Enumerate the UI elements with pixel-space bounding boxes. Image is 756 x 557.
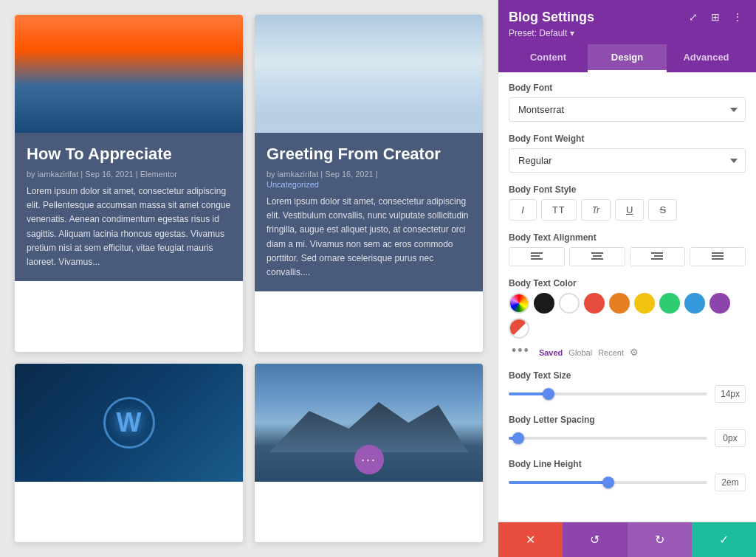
color-tab-global[interactable]: Global [568,348,592,357]
panel-title-row: Blog Settings ⤢ ⊞ ⋮ [509,9,746,25]
body-letter-spacing-thumb[interactable] [512,432,524,444]
body-text-color-label: Body Text Color [509,278,746,288]
dots-button[interactable]: ··· [354,445,384,474]
body-line-height-thumb[interactable] [602,477,614,488]
color-tab-saved[interactable]: Saved [539,348,563,357]
svg-rect-0 [531,252,543,254]
card-tag-2: Uncategorized [267,180,471,189]
style-strikethrough-btn[interactable]: S [648,199,677,221]
body-text-size-track[interactable] [509,392,707,395]
body-letter-spacing-slider-row: 0px [509,429,746,447]
align-center-btn[interactable] [569,247,625,266]
body-text-size-group: Body Text Size 14px [509,370,746,403]
align-buttons [509,247,746,266]
more-icon[interactable]: ⋮ [729,9,746,25]
svg-rect-1 [531,255,540,257]
svg-rect-9 [712,252,724,254]
color-swatch-purple[interactable] [709,293,730,314]
panel-title: Blog Settings [509,10,594,25]
color-tab-recent[interactable]: Recent [598,348,624,357]
blog-card-2[interactable]: Greeting From Creator by iamkazirifat | … [255,15,483,352]
style-italic-btn[interactable]: I [509,199,537,221]
tab-design[interactable]: Design [588,44,667,72]
body-text-alignment-group: Body Text Alignment [509,232,746,266]
panel-content: Body Font Montserrat Open Sans Roboto Bo… [498,72,756,522]
panel-header: Blog Settings ⤢ ⊞ ⋮ Preset: Default ▾ Co… [498,0,756,72]
style-buttons: I TT Tr U S [509,199,746,221]
tab-advanced[interactable]: Advanced [667,44,746,72]
card-image-mountain: ··· [255,364,483,482]
color-swatch-blue[interactable] [684,293,705,314]
blog-card-3[interactable]: W [15,364,243,542]
card-text-2: Lorem ipsum dolor sit amet, consectetur … [267,195,471,280]
body-font-weight-group: Body Font Weight Regular Bold Light [509,134,746,173]
body-line-height-group: Body Line Height 2em [509,459,746,491]
body-text-size-value[interactable]: 14px [715,385,746,403]
color-tabs: Saved Global Recent ⚙ [539,347,639,358]
svg-rect-2 [531,258,543,260]
body-font-label: Body Font [509,83,746,93]
card-meta-2: by iamkazirifat | Sep 16, 2021 | Uncateg… [267,170,471,189]
panel-footer: ✕ ↺ ↻ ✓ [498,522,756,557]
panel-title-icons: ⤢ ⊞ ⋮ [685,9,746,25]
preset-arrow: ▾ [570,28,574,38]
align-right-btn[interactable] [630,247,686,266]
body-line-height-fill [509,481,608,484]
settings-panel: Blog Settings ⤢ ⊞ ⋮ Preset: Default ▾ Co… [498,0,756,557]
svg-line-12 [513,322,525,334]
color-swatch-orange[interactable] [609,293,630,314]
align-left-btn[interactable] [509,247,565,266]
card-image-wp: W [15,364,243,482]
color-more-btn[interactable]: ••• [509,343,533,359]
body-line-height-value[interactable]: 2em [715,474,746,491]
style-underline-btn[interactable]: U [615,199,644,221]
body-text-size-thumb[interactable] [543,388,554,400]
redo-button[interactable]: ↻ [628,522,692,557]
blog-card-4[interactable]: ··· [255,364,483,542]
color-swatch-custom[interactable] [509,293,529,314]
color-swatch-black[interactable] [534,293,554,314]
blog-card-1[interactable]: How To Appreciate by iamkazirifat | Sep … [15,15,243,352]
body-font-style-label: Body Font Style [509,184,746,195]
fullscreen-icon[interactable]: ⤢ [685,9,701,25]
body-font-group: Body Font Montserrat Open Sans Roboto [509,83,746,122]
card-title-1: How To Appreciate [27,145,231,164]
color-swatch-gradient[interactable] [509,318,529,339]
cancel-button[interactable]: ✕ [498,522,563,557]
card-title-2: Greeting From Creator [267,145,471,164]
save-button[interactable]: ✓ [692,522,756,557]
card-body-2: Greeting From Creator by iamkazirifat | … [255,133,483,291]
color-swatch-yellow[interactable] [634,293,655,314]
body-line-height-slider-row: 2em [509,474,746,491]
preset-row[interactable]: Preset: Default ▾ [509,28,746,38]
color-swatch-green[interactable] [659,293,680,314]
svg-rect-7 [654,255,663,257]
body-font-weight-select[interactable]: Regular Bold Light [509,148,746,173]
body-font-select[interactable]: Montserrat Open Sans Roboto [509,97,746,122]
svg-rect-6 [651,252,663,254]
card-meta-1: by iamkazirifat | Sep 16, 2021 | Element… [27,170,231,179]
body-letter-spacing-value[interactable]: 0px [715,429,746,447]
color-gear-icon[interactable]: ⚙ [630,347,639,358]
body-font-style-group: Body Font Style I TT Tr U S [509,184,746,221]
style-tt-btn[interactable]: TT [541,199,577,221]
svg-rect-4 [593,255,602,257]
tabs-row: Content Design Advanced [509,44,746,72]
body-line-height-track[interactable] [509,481,707,484]
columns-icon[interactable]: ⊞ [707,9,724,25]
style-tr-btn[interactable]: Tr [581,199,611,221]
svg-rect-10 [712,255,724,257]
tab-content[interactable]: Content [509,44,588,72]
card-body-1: How To Appreciate by iamkazirifat | Sep … [15,133,243,281]
body-text-size-label: Body Text Size [509,370,746,381]
svg-rect-5 [591,258,603,260]
svg-rect-8 [651,258,663,260]
preset-label: Preset: Default [509,28,567,38]
body-text-size-slider-row: 14px [509,385,746,403]
color-swatch-red[interactable] [584,293,605,314]
body-letter-spacing-track[interactable] [509,437,707,440]
undo-button[interactable]: ↺ [563,522,627,557]
card-text-1: Lorem ipsum dolor sit amet, consectetur … [27,184,231,269]
align-justify-btn[interactable] [690,247,746,266]
color-swatch-white[interactable] [559,293,580,314]
